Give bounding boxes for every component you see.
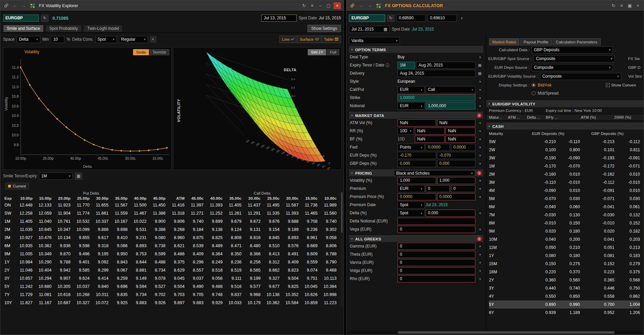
calculated-data-select[interactable]: GBP Deposits▾ <box>532 46 613 54</box>
override-icon[interactable]: ◑ <box>477 252 482 256</box>
view-table-toggle[interactable]: Table <box>321 36 341 43</box>
back-icon[interactable]: ← <box>12 3 18 9</box>
section-pricing[interactable]: ▼ PRICING Black and Scholes▾ ! <box>349 170 483 176</box>
delivery-date-input[interactable]: Aug 24, 2015 <box>398 70 475 77</box>
override-icon[interactable]: ◑ <box>477 137 482 141</box>
fwd-bid-input[interactable]: 0.0000 <box>426 144 450 151</box>
callput-select[interactable]: Call◑ <box>426 86 475 93</box>
bf-ask-input[interactable]: NaN <box>446 136 475 143</box>
atm-vol-bid-input[interactable]: NaN <box>398 119 436 126</box>
expiry-date-input[interactable]: Aug 20, 2015 <box>416 62 475 69</box>
table-row[interactable]: ON12.44812.13311.92311.77011.65511.56711… <box>1 201 340 209</box>
smile-chart[interactable]: Volatility Smile TermStr 11.411.211.010.… <box>3 47 172 170</box>
table-row[interactable]: 6Y0.9391.1890.9521.206 <box>489 309 640 317</box>
override-icon[interactable]: ◑ <box>477 153 482 157</box>
table-row[interactable]: 1Y10.98410.2909.7889.4019.0928.8438.6448… <box>1 258 340 266</box>
view-line-toggle[interactable]: Line <box>280 36 297 43</box>
table-row[interactable]: 5Y0.6900.9900.7001.004 <box>489 300 640 309</box>
override-icon[interactable]: ◑ <box>477 227 482 231</box>
minimize-icon[interactable]: – <box>317 3 323 9</box>
delta-conv-regular-select[interactable]: Regular▾ <box>119 36 148 43</box>
override-icon[interactable]: ◑ <box>477 269 482 273</box>
delta-conv-spot-select[interactable]: Spot▾ <box>95 36 117 43</box>
table-row[interactable]: 2M-0.1600.010-0.1620.010 <box>489 170 640 178</box>
eur-depo-source-select[interactable]: Composite▾ <box>532 64 613 71</box>
fwd-ask-input[interactable]: 0.0000 <box>451 144 475 151</box>
popout-icon[interactable]: ▣ <box>627 3 633 9</box>
table-row[interactable]: 3M-0.110-0.010-0.112-0.010 <box>489 178 640 186</box>
workspace-grid-icon[interactable] <box>29 3 36 9</box>
atm-vol-ask-input[interactable]: NaN <box>437 119 476 126</box>
table-row[interactable]: 6M-0.0400.060-0.0410.061 <box>489 203 640 211</box>
termstr-button[interactable]: TermStr <box>150 49 169 55</box>
premium-currency-select[interactable]: EUR◑ <box>398 185 425 192</box>
table-row[interactable]: 2Y0.3600.5600.3650.568 <box>489 276 640 284</box>
mid-spread-radio[interactable] <box>532 91 536 95</box>
tab-twin-logn-model[interactable]: Twin-LogN model <box>84 25 123 32</box>
override-icon[interactable]: ◑ <box>477 211 482 215</box>
rr-ask-input[interactable]: NaN <box>446 127 475 135</box>
gamma-input[interactable]: 0 <box>398 243 475 250</box>
volatility-source-select[interactable]: Composite▾ <box>540 73 621 80</box>
premium-bid-input[interactable]: 0 <box>426 185 450 192</box>
style-value[interactable]: European <box>398 79 415 84</box>
rr-tenor-select[interactable]: 10D▾ <box>398 127 414 135</box>
strike-input[interactable]: 1.00000 <box>398 94 475 101</box>
table-row[interactable]: 7M-0.0300.130-0.0300.132 <box>489 211 640 219</box>
deal-type-value[interactable]: Buy <box>398 55 405 59</box>
gbp-depo-ask-input[interactable]: 0.000 <box>437 160 476 167</box>
info-icon[interactable]: i <box>386 63 389 67</box>
surface-chart[interactable]: EXPIRY DELTA VOLATILITY SW-1Y Full 12.31… <box>173 47 342 170</box>
view-surface-toggle[interactable]: Surface <box>297 36 321 43</box>
section-volatility[interactable]: ▼ EUR/GBP VOLATILITY <box>486 100 644 107</box>
vanna-input[interactable]: 0 <box>398 259 475 266</box>
refresh-icon[interactable]: ↻ <box>301 3 307 9</box>
table-row[interactable]: 18M0.2200.3700.2230.375 <box>489 268 640 276</box>
eur-depo-ask-input[interactable]: -0.070 <box>437 152 476 159</box>
override-icon[interactable]: ◑ <box>477 79 482 83</box>
theta-input[interactable]: 0 <box>398 251 475 258</box>
refresh-icon[interactable]: ↻ <box>610 3 617 9</box>
premium-date-mode-select[interactable]: Spot◑ <box>398 201 425 209</box>
gbp-depo-bid-input[interactable]: 0.000 <box>398 160 436 167</box>
restore-icon[interactable]: ▢ <box>325 3 331 9</box>
table-row[interactable]: 3Y10.85710.2949.9079.6249.4149.2599.1499… <box>1 274 340 282</box>
table-row[interactable]: 4Y0.5500.8500.5580.862 <box>489 292 640 300</box>
override-icon[interactable]: ◑ <box>477 96 482 100</box>
table-row[interactable]: 9M0.0200.1800.0200.182 <box>489 227 640 235</box>
refresh-quote-button[interactable]: ↻ <box>387 15 394 22</box>
close-icon[interactable]: × <box>334 2 341 9</box>
override-icon[interactable]: ◑ <box>477 277 482 281</box>
show-convention-checkbox[interactable]: ✓ <box>606 83 610 87</box>
tab-spot-probability[interactable]: Spot Probability <box>46 25 82 32</box>
workspace-grid-icon[interactable] <box>375 3 382 9</box>
override-icon[interactable]: ◑ <box>477 195 482 199</box>
volatility-bid-input[interactable]: 1.000 <box>398 177 436 184</box>
back-icon[interactable]: ← <box>358 3 364 9</box>
table-row[interactable]: 4M-0.0900.010-0.0910.010 <box>489 186 640 195</box>
table-row[interactable]: 15M0.1500.2750.1520.279 <box>489 260 640 268</box>
delta-notional-input[interactable] <box>398 218 475 225</box>
vega-input[interactable]: 0 <box>398 226 475 233</box>
menu-icon[interactable]: ≡ <box>309 3 315 9</box>
refresh-quote-button[interactable]: ↻ <box>41 15 48 22</box>
delta-mode-select[interactable]: Spot◑ <box>398 210 425 217</box>
smile-plot[interactable]: 11.411.211.010.810.610.410.210.09.810.00… <box>4 56 171 168</box>
rho-input[interactable]: 0 <box>398 275 475 282</box>
fwd-mode-select[interactable]: Points◑ <box>398 144 425 151</box>
trade-date-input[interactable]: Jul 13, 2015 <box>261 15 297 22</box>
show-settings-button[interactable]: Show Settings <box>307 25 341 32</box>
bf-bid-input[interactable]: NaN <box>415 136 445 143</box>
menu-icon[interactable]: ≡ <box>619 3 625 9</box>
table-row[interactable]: 3Y0.4400.7400.4460.750 <box>489 284 640 292</box>
rr-bid-input[interactable]: NaN <box>415 127 445 135</box>
close-icon[interactable]: × <box>635 3 641 9</box>
calendar-button[interactable]: ▦ <box>75 173 82 180</box>
ask-rate-field[interactable]: 0.69610 <box>428 15 457 22</box>
delta-input[interactable]: 0.000 <box>426 210 475 217</box>
table-row[interactable]: 1M11.40511.04010.76110.53210.33710.16710… <box>1 217 340 225</box>
override-icon[interactable]: ◑ <box>477 87 482 92</box>
override-icon[interactable]: ◑ <box>477 186 482 191</box>
premium-price-ask-input[interactable]: 0.0000 <box>437 193 476 200</box>
space-select[interactable]: Delta▾ <box>17 36 40 43</box>
